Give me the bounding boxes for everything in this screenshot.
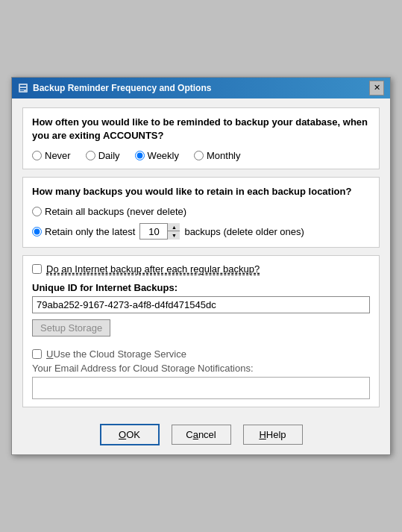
frequency-options: Never Daily Weekly Monthly [32,150,370,161]
title-bar: Backup Reminder Frequency and Options ✕ [12,78,390,98]
cloud-service-checkbox[interactable] [32,349,42,359]
svg-rect-2 [20,88,26,90]
radio-daily[interactable]: Daily [86,150,120,161]
radio-never-input[interactable] [32,151,42,160]
radio-monthly-label: Monthly [207,150,241,161]
spinbox-arrows: ▲ ▼ [167,223,180,240]
dialog-body: How often you would like to be reminded … [12,98,390,416]
retain-latest-row: Retain only the latest 10 ▲ ▼ backups (d… [32,223,370,240]
retain-latest-suffix: backups (delete older ones) [184,226,304,237]
close-button[interactable]: ✕ [369,81,384,96]
ok-button[interactable]: OOK [100,424,160,445]
app-icon [18,83,28,93]
radio-weekly-input[interactable] [135,151,145,160]
radio-monthly[interactable]: Monthly [194,150,241,161]
title-bar-left: Backup Reminder Frequency and Options [18,83,211,93]
cloud-service-label: UUse the Cloud Storage Service [46,348,186,360]
dialog: Backup Reminder Frequency and Options ✕ … [11,77,391,456]
retain-count-input[interactable]: 10 [140,224,167,239]
retain-question: How many backups you would like to retai… [32,185,370,198]
radio-never[interactable]: Never [32,150,71,161]
radio-daily-label: Daily [98,150,120,161]
svg-rect-1 [20,85,26,87]
cloud-service-row: UUse the Cloud Storage Service [32,348,370,360]
radio-daily-input[interactable] [86,151,95,160]
radio-retain-latest[interactable]: Retain only the latest [32,226,135,237]
retain-latest-prefix: Retain only the latest [45,226,135,237]
frequency-question: How often you would like to be reminded … [32,116,370,143]
frequency-section: How often you would like to be reminded … [22,107,380,169]
email-label: Your Email Address for Cloud Storage Not… [32,363,370,374]
radio-retain-all-input[interactable] [32,207,42,216]
retain-all-label: Retain all backups (never delete) [45,206,186,217]
svg-rect-3 [20,90,24,91]
spin-up-button[interactable]: ▲ [168,223,180,231]
retain-count-spinbox: 10 ▲ ▼ [139,223,180,240]
email-input[interactable] [32,377,370,399]
radio-monthly-input[interactable] [194,151,204,160]
radio-weekly-label: Weekly [148,150,179,161]
internet-section: Do an Internet backup after each regular… [22,255,380,407]
internet-backup-checkbox[interactable] [32,264,42,274]
internet-backup-checkbox-row: Do an Internet backup after each regular… [32,263,370,275]
cancel-button[interactable]: Cancel [172,425,231,445]
help-button[interactable]: HHelp [243,425,303,445]
radio-never-label: Never [45,150,71,161]
unique-id-input[interactable] [32,296,370,313]
setup-storage-button[interactable]: Setup Storage [32,319,110,337]
button-row: OOK Cancel HHelp [12,415,390,454]
spin-down-button[interactable]: ▼ [168,231,180,240]
radio-retain-all[interactable]: Retain all backups (never delete) [32,206,370,217]
radio-retain-latest-input[interactable] [32,227,42,237]
internet-backup-label: Do an Internet backup after each regular… [46,263,260,275]
unique-id-label: Unique ID for Internet Backups: [32,282,370,293]
dialog-title: Backup Reminder Frequency and Options [33,83,211,93]
retain-section: How many backups you would like to retai… [22,177,380,248]
radio-weekly[interactable]: Weekly [135,150,179,161]
